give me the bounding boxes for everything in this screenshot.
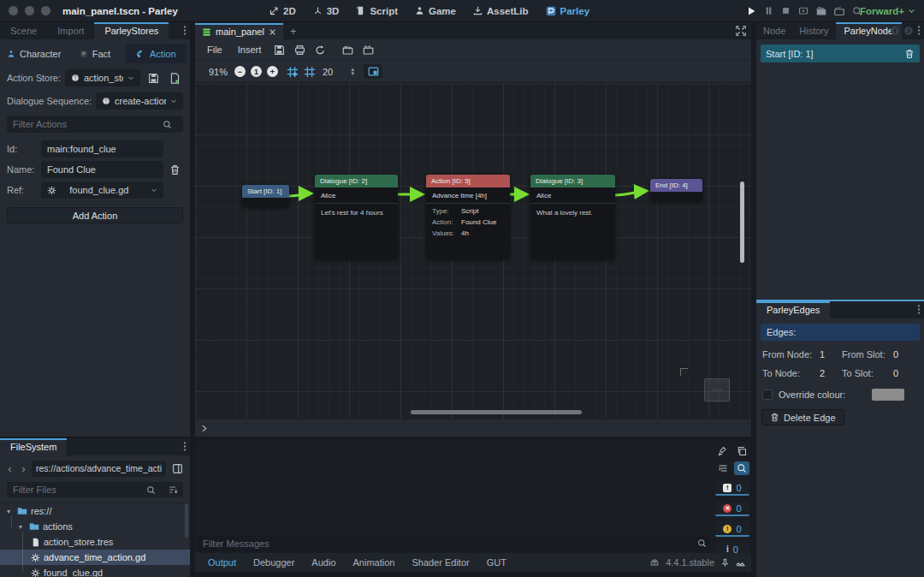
workspace-3d[interactable]: 3D (313, 6, 340, 16)
file-row-selected[interactable]: advance_time_action.gd (0, 550, 190, 565)
pause-icon[interactable] (764, 6, 773, 15)
graph-canvas[interactable]: Start [ID: 1] Dialogue [ID: 2] Alice Let… (195, 83, 751, 419)
tree-scrollbar[interactable] (185, 503, 188, 538)
prev-tab-icon[interactable] (890, 25, 900, 36)
scene-tab-main-panel[interactable]: main_panel (195, 23, 283, 39)
snap-toggle-icon[interactable] (287, 66, 299, 78)
minimize-window-icon[interactable] (25, 6, 34, 15)
tab-character[interactable]: Character (3, 45, 64, 63)
pin-panel-icon[interactable] (720, 558, 730, 568)
tab-gut[interactable]: GUT (479, 555, 514, 570)
vertical-scrollbar[interactable] (740, 181, 744, 263)
add-action-button[interactable]: Add Action (7, 207, 183, 223)
selected-node-header[interactable]: Start [ID: 1] (761, 45, 920, 62)
tab-debugger[interactable]: Debugger (246, 555, 302, 570)
workspace-assetlib[interactable]: AssetLib (473, 6, 529, 16)
collapse-icon[interactable]: ▾ (19, 523, 26, 531)
insert-menu[interactable]: Insert (231, 42, 269, 57)
trash-icon[interactable] (904, 49, 915, 59)
collapse-icon[interactable]: ▾ (7, 508, 14, 515)
delete-action-button[interactable] (166, 140, 183, 199)
tab-parleystores[interactable]: ParleyStores (94, 22, 169, 39)
split-mode-icon[interactable] (169, 460, 186, 477)
movie-writer-icon[interactable] (834, 6, 844, 16)
badge-all-messages[interactable]: ! 0 (715, 481, 749, 496)
sort-files-icon[interactable] (168, 485, 178, 495)
test-from-node-icon[interactable] (359, 41, 376, 58)
dock-menu-icon[interactable] (183, 25, 187, 36)
save-store-button[interactable] (145, 69, 162, 86)
tab-node[interactable]: Node (756, 23, 792, 39)
tab-shader-editor[interactable]: Shader Editor (404, 555, 477, 570)
test-dialogue-icon[interactable] (339, 41, 356, 58)
window-controls[interactable] (9, 6, 50, 15)
tab-import[interactable]: Import (47, 23, 94, 39)
snap-stepper[interactable]: ▲▼ (350, 68, 355, 76)
colour-swatch[interactable] (872, 389, 904, 401)
tab-filesystem[interactable]: FileSystem (0, 438, 67, 455)
tab-output[interactable]: Output (200, 555, 244, 570)
graph-node-end[interactable]: End [ID: 4] (650, 179, 702, 201)
play-icon[interactable] (746, 6, 756, 16)
filter-actions-input[interactable] (7, 116, 183, 133)
graph-node-start[interactable]: Start [ID: 1] (242, 185, 289, 207)
remote-debug-icon[interactable] (798, 6, 808, 16)
zoom-out-button[interactable]: − (234, 66, 246, 77)
file-row[interactable]: ▾ actions (0, 519, 190, 534)
tab-fact[interactable]: Fact (64, 45, 125, 63)
ref-dropdown[interactable]: found_clue.gd (41, 181, 163, 199)
path-field[interactable] (32, 461, 166, 477)
new-store-button[interactable] (166, 69, 183, 86)
file-menu[interactable]: File (200, 42, 229, 57)
tab-animation[interactable]: Animation (346, 555, 403, 570)
file-row[interactable]: ▾ res:// (0, 503, 190, 519)
dock-menu-icon[interactable] (917, 304, 921, 315)
workspace-parley[interactable]: Parley (546, 6, 590, 16)
action-store-dropdown[interactable]: action_store.tre (65, 69, 140, 86)
tab-audio[interactable]: Audio (304, 555, 343, 570)
reset-view-icon[interactable] (311, 41, 329, 58)
workspace-script[interactable]: Script (356, 6, 398, 16)
workspace-2d[interactable]: 2D (270, 6, 296, 16)
distraction-free-icon[interactable] (736, 26, 746, 36)
next-tab-icon[interactable] (903, 25, 914, 36)
graph-node-dialogue-2[interactable]: Dialogue [ID: 2] Alice Let's rest for 4 … (315, 175, 398, 259)
graph-node-action-5[interactable]: Action [ID: 5] Advance time [4h] Type:Sc… (426, 175, 510, 259)
filter-files-input[interactable] (7, 482, 183, 497)
filter-messages-input[interactable] (197, 536, 710, 551)
graph-minimap[interactable]: ···· (704, 378, 730, 402)
close-icon[interactable] (269, 28, 276, 36)
override-colour-checkbox[interactable] (762, 390, 773, 400)
renderer-selector[interactable]: Forward+ (860, 6, 915, 16)
expand-bottom-panel-icon[interactable] (736, 557, 746, 568)
dock-menu-icon[interactable] (183, 441, 187, 452)
movie-maker-icon[interactable] (816, 6, 826, 16)
collapse-messages-icon[interactable] (715, 461, 731, 475)
workspace-game[interactable]: Game (415, 6, 456, 16)
copy-output-icon[interactable] (734, 444, 749, 458)
output-log-area[interactable]: ! 0 ✕ 0 ! 0 i 0 (195, 441, 751, 536)
tab-parleyedges[interactable]: ParleyEdges (756, 301, 830, 318)
graph-node-dialogue-3[interactable]: Dialogue [ID: 3] Alice What a lovely res… (530, 175, 615, 259)
tab-history[interactable]: History (792, 23, 835, 39)
dock-menu-icon[interactable] (917, 25, 921, 36)
badge-errors[interactable]: ✕ 0 (715, 502, 749, 516)
dialogue-sequence-dropdown[interactable]: create-action-basi (96, 92, 183, 110)
maximize-window-icon[interactable] (41, 6, 50, 15)
minimap-toggle-button[interactable] (364, 64, 382, 79)
forward-icon[interactable]: › (18, 462, 29, 475)
name-field[interactable] (41, 161, 163, 178)
badge-warnings[interactable]: ! 0 (715, 522, 749, 537)
save-icon[interactable] (270, 41, 287, 58)
close-window-icon[interactable] (9, 6, 18, 15)
delete-edge-button[interactable]: Delete Edge (761, 409, 844, 425)
file-row[interactable]: found_clue.gd (0, 565, 190, 577)
zoom-in-button[interactable]: + (267, 66, 278, 77)
grid-toggle-icon[interactable] (304, 66, 316, 78)
clear-output-icon[interactable] (715, 444, 731, 458)
export-icon[interactable] (291, 41, 308, 58)
tab-scene[interactable]: Scene (0, 23, 47, 39)
id-field[interactable] (41, 140, 163, 158)
edges-header[interactable]: Edges: (761, 324, 920, 341)
zoom-reset-button[interactable]: 1 (251, 66, 262, 77)
